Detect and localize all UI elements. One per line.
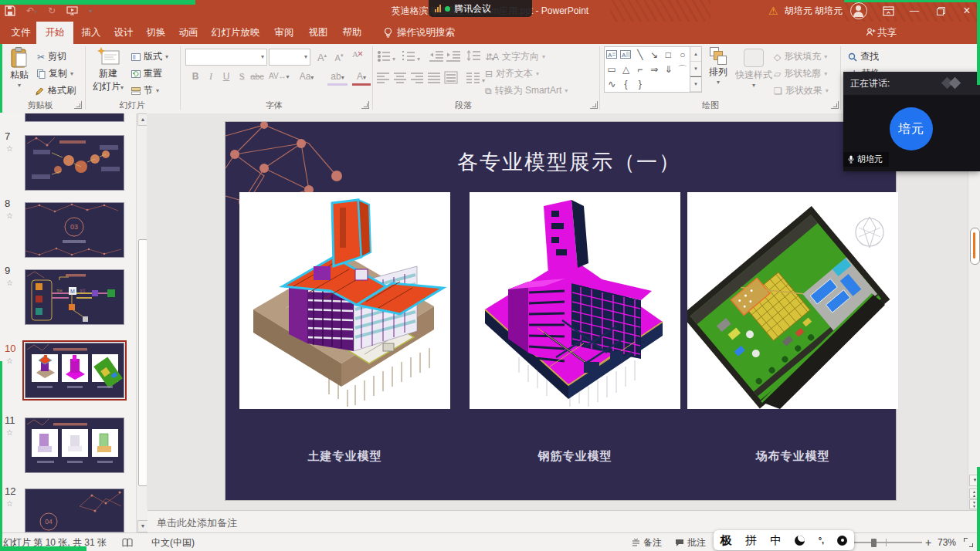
meeting-video-tile[interactable]: 培元 胡培元	[843, 95, 980, 171]
character-spacing-button[interactable]: AV↔▾	[269, 69, 289, 83]
ime-menu-icon[interactable]	[837, 536, 847, 546]
slide-7-thumbnail[interactable]	[25, 135, 124, 191]
tab-design[interactable]: 设计	[108, 22, 139, 44]
notes-pane[interactable]: 单击此处添加备注	[148, 510, 980, 533]
find-button[interactable]: 查找	[848, 50, 879, 63]
slide-8-thumbnail[interactable]: 03	[25, 202, 124, 258]
shape-elbow-icon[interactable]: ⌐	[637, 65, 643, 74]
shape-outline-button[interactable]: ▱形状轮廓▾	[774, 67, 827, 80]
clipboard-dialog-launcher[interactable]	[74, 101, 82, 109]
convert-smartart-button[interactable]: ⧉转换为 SmartArt▾	[485, 84, 568, 97]
tab-insert[interactable]: 插入	[76, 22, 107, 44]
reset-button[interactable]: 重置	[131, 67, 162, 80]
paragraph-dialog-launcher[interactable]	[590, 101, 598, 109]
model-image-rebar[interactable]	[470, 192, 680, 409]
ime-punctuation-key[interactable]: °,	[819, 536, 824, 545]
shape-fill-button[interactable]: ◇形状填充▾	[774, 50, 827, 63]
textbox-v-icon[interactable]: A	[620, 50, 631, 59]
tab-animations[interactable]: 动画	[173, 22, 204, 44]
bold-button[interactable]: B	[188, 69, 202, 83]
shape-arc-icon[interactable]: ⌒	[678, 65, 687, 74]
tab-review[interactable]: 审阅	[269, 22, 300, 44]
copy-button[interactable]: 复制▾	[37, 67, 73, 80]
restore-button[interactable]	[927, 0, 954, 22]
shapes-gallery-scrollbar[interactable]: ▲ ▼ ▼	[690, 46, 702, 93]
slide-11-thumbnail[interactable]	[25, 417, 124, 473]
zoom-slider-track[interactable]	[853, 542, 922, 543]
shape-effects-button[interactable]: ❏形状效果▾	[774, 84, 829, 97]
paste-button[interactable]: 粘贴 ▾	[5, 47, 34, 89]
shape-down-arrow-icon[interactable]: ⇓	[664, 65, 672, 74]
ime-chinese-key[interactable]: 中	[770, 533, 782, 548]
tab-help[interactable]: 帮助	[337, 22, 368, 44]
comments-toggle[interactable]: 批注	[675, 533, 706, 551]
meeting-mini-bar[interactable]: 腾讯会议	[429, 0, 532, 17]
clear-formatting-button[interactable]: A	[352, 49, 366, 63]
slide-canvas[interactable]: 各专业模型展示（一）	[147, 113, 968, 509]
panel-scroll-down-icon[interactable]: ▼	[137, 520, 148, 532]
model-image-site[interactable]	[687, 192, 898, 409]
zoom-in-button[interactable]: +	[925, 533, 931, 551]
shapes-more-icon[interactable]: ▼	[690, 76, 701, 92]
shape-right-brace-icon[interactable]: }	[639, 79, 642, 89]
layout-button[interactable]: 版式▾	[131, 50, 168, 63]
font-dialog-launcher[interactable]	[361, 101, 369, 109]
strikethrough-button[interactable]: abc	[250, 69, 264, 83]
text-direction-button[interactable]: ⇵A文字方向▾	[485, 50, 545, 63]
language-indicator[interactable]: 中文(中国)	[151, 533, 195, 551]
tell-me-search[interactable]: 操作说明搜索	[397, 22, 482, 44]
shape-rounded-rect-icon[interactable]: ▭	[607, 65, 615, 74]
notes-toggle[interactable]: 备注	[632, 533, 662, 551]
ime-toolbar[interactable]: 极 拼 中 °,	[714, 530, 854, 550]
slide-12-thumbnail[interactable]: 04	[25, 488, 124, 532]
scrollbar-thumb[interactable]	[970, 228, 980, 265]
vertical-scrollbar[interactable]: ▼ ▲▲ ▼▼	[968, 113, 980, 509]
shape-rectangle-icon[interactable]: □	[666, 50, 671, 59]
shrink-font-button[interactable]: A▾	[332, 49, 346, 63]
arrange-button[interactable]: 排列 ▾	[704, 47, 732, 86]
shape-left-brace-icon[interactable]: {	[624, 79, 627, 89]
shapes-scroll-down-icon[interactable]: ▼	[690, 62, 701, 76]
italic-button[interactable]: I	[204, 69, 218, 83]
shape-arrow-icon[interactable]: ↘	[650, 50, 658, 59]
tab-slideshow[interactable]: 幻灯片放映	[205, 22, 266, 44]
warning-icon[interactable]: ⚠	[768, 5, 778, 17]
ribbon-display-options-icon[interactable]	[875, 0, 901, 22]
ime-pinyin-key[interactable]: 拼	[745, 533, 757, 548]
shape-triangle-icon[interactable]: △	[622, 65, 629, 74]
ime-brand-key[interactable]: 极	[721, 533, 732, 548]
new-slide-button[interactable]: 新建 幻灯片▾	[90, 47, 127, 93]
drawing-dialog-launcher[interactable]	[831, 101, 839, 109]
slide-6-thumbnail-partial[interactable]	[25, 113, 124, 122]
model-image-civil[interactable]	[239, 192, 450, 409]
zoom-slider-thumb[interactable]	[871, 539, 877, 547]
font-size-combo[interactable]: ▾	[269, 49, 310, 66]
ime-halfwidth-icon[interactable]	[795, 536, 805, 546]
highlight-color-button[interactable]: ab▾	[327, 69, 348, 86]
change-case-button[interactable]: Aa▾	[297, 69, 317, 83]
format-painter-button[interactable]: 格式刷	[36, 84, 76, 97]
font-name-combo[interactable]: ▾	[185, 49, 267, 66]
section-button[interactable]: 节▾	[131, 84, 159, 97]
tab-file[interactable]: 文件	[6, 22, 36, 44]
shape-curve-icon[interactable]: ∿	[608, 79, 615, 89]
tab-view[interactable]: 视图	[303, 22, 334, 44]
minimize-button[interactable]: —	[901, 0, 927, 22]
grow-font-button[interactable]: A▴	[315, 49, 329, 63]
account-names[interactable]: 胡培元 胡培元	[785, 5, 843, 18]
slide-9-thumbnail[interactable]: M导出交互	[25, 269, 124, 325]
close-button[interactable]: ×	[954, 0, 980, 22]
notes-placeholder[interactable]: 单击此处添加备注	[157, 516, 237, 530]
slide-title[interactable]: 各专业模型展示（一）	[334, 148, 805, 176]
shapes-scroll-up-icon[interactable]: ▲	[690, 47, 701, 62]
shapes-gallery[interactable]: A A ╲ ↘ □ ○ ▭ △ ⌐ ⇒ ⇓ ⌒ ∿ { }	[604, 46, 690, 93]
font-color-button[interactable]: A▾	[352, 69, 371, 86]
tab-transitions[interactable]: 切换	[141, 22, 171, 44]
tab-home[interactable]: 开始	[36, 22, 73, 44]
cut-button[interactable]: ✂剪切	[37, 50, 66, 63]
shape-oval-icon[interactable]: ○	[680, 50, 685, 59]
underline-button[interactable]: U	[219, 69, 233, 83]
spellcheck-icon[interactable]	[122, 533, 133, 551]
share-button[interactable]: 共享	[863, 22, 899, 44]
align-text-button[interactable]: ⊟对齐文本▾	[485, 67, 539, 80]
